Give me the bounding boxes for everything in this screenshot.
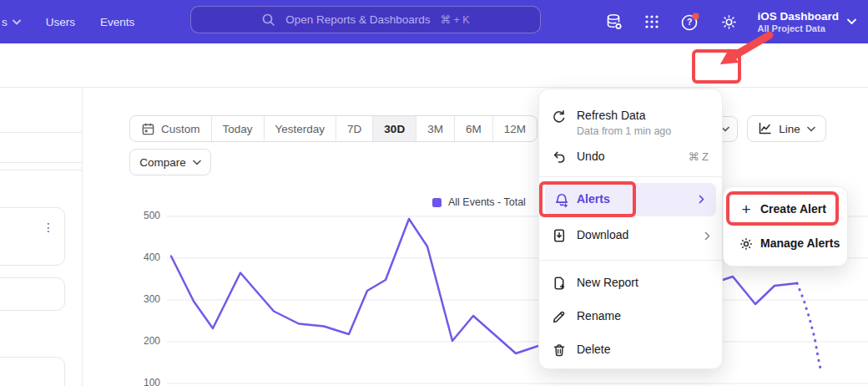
date-preset-12m[interactable]: 12M [492, 116, 537, 141]
menu-item-undo[interactable]: Undo ⌘ Z [539, 140, 722, 174]
settings-gear-icon[interactable] [719, 13, 739, 32]
undo-icon [551, 149, 568, 165]
data-management-icon[interactable] [603, 12, 624, 33]
y-tick-label: 200 [124, 335, 160, 347]
chevron-down-icon [13, 19, 21, 25]
project-scope: All Project Data [757, 23, 839, 34]
submenu-item-manage-alerts[interactable]: Manage Alerts [729, 228, 842, 260]
chevron-right-icon [704, 231, 710, 241]
calendar-icon [141, 122, 155, 136]
menu-item-delete[interactable]: Delete [539, 333, 722, 367]
date-preset-6m[interactable]: 6M [454, 116, 492, 141]
chevron-down-icon [847, 18, 856, 25]
date-preset-yesterday[interactable]: Yesterday [264, 116, 336, 141]
alert-bell-icon [553, 191, 570, 208]
date-preset-7d[interactable]: 7D [336, 116, 372, 141]
menu-divider [539, 176, 722, 177]
chevron-right-icon [699, 195, 704, 204]
search-input[interactable]: Open Reports & Dashboards ⌘ + K [190, 6, 541, 33]
project-name: iOS Dashboard [757, 10, 839, 23]
menu-item-download[interactable]: Download [539, 218, 722, 253]
sidebar-divider [0, 170, 83, 170]
apps-grid-icon[interactable] [643, 13, 661, 31]
date-preset-30d[interactable]: 30D [372, 116, 416, 141]
menu-item-new-report[interactable]: New Report [539, 267, 722, 300]
gear-icon [739, 236, 754, 251]
menu-item-alerts[interactable]: Alerts [545, 183, 716, 216]
submenu-item-create-alert[interactable]: + Create Alert [729, 194, 842, 226]
top-navbar: s Users Events Open Reports & Dashboards… [0, 0, 868, 43]
report-toolbar [0, 43, 868, 88]
help-icon[interactable]: ? [679, 11, 701, 33]
search-shortcut: ⌘ + K [441, 13, 470, 26]
question-glyph: ? [687, 17, 692, 27]
menu-item-rename[interactable]: Rename [539, 300, 722, 333]
app-window: 500400300200100 All Events - Total s Use… [0, 0, 868, 386]
sidebar-card[interactable]: ⋮ [0, 207, 65, 266]
sidebar-divider [0, 132, 83, 133]
chevron-down-icon [807, 126, 815, 132]
line-chart-icon [758, 122, 772, 135]
legend-label: All Events - Total [448, 196, 526, 208]
date-preset-3m[interactable]: 3M [416, 116, 454, 141]
new-report-icon [551, 275, 568, 292]
menu-divider [539, 260, 722, 261]
date-range-control: Custom Today Yesterday 7D 30D 3M 6M 12M [129, 115, 537, 142]
plus-icon: + [739, 202, 754, 217]
y-tick-label: 100 [124, 377, 160, 386]
chevron-down-icon [193, 160, 201, 165]
project-switcher[interactable]: iOS Dashboard All Project Data [757, 10, 856, 34]
nav-item-truncated[interactable]: s [2, 16, 21, 28]
y-tick-label: 300 [124, 293, 160, 305]
search-placeholder: Open Reports & Dashboards [285, 13, 430, 26]
search-icon [261, 13, 275, 27]
chart-legend: All Events - Total [432, 196, 526, 208]
menu-item-refresh-data[interactable]: Refresh Data Data from 1 min ago [539, 98, 722, 136]
sidebar-card[interactable] [0, 277, 65, 311]
trash-icon [551, 342, 568, 358]
more-options-menu: Refresh Data Data from 1 min ago Undo ⌘ … [538, 89, 723, 369]
nav-item-events[interactable]: Events [100, 16, 134, 28]
pencil-icon [551, 308, 568, 325]
kebab-menu-icon[interactable]: ⋮ [43, 221, 54, 233]
sidebar-divider [0, 162, 83, 163]
refresh-icon [551, 109, 568, 125]
legend-swatch [432, 198, 442, 207]
undo-shortcut: ⌘ Z [688, 150, 709, 163]
download-icon [551, 227, 568, 244]
y-tick-label: 400 [124, 251, 160, 263]
nav-item-users[interactable]: Users [46, 16, 75, 28]
sidebar-card[interactable] [0, 357, 65, 386]
compare-button[interactable]: Compare [129, 149, 211, 175]
date-preset-custom[interactable]: Custom [130, 116, 211, 141]
alerts-submenu: + Create Alert Manage Alerts [723, 186, 848, 267]
y-tick-label: 500 [124, 210, 160, 221]
chart-type-button[interactable]: Line [747, 115, 826, 142]
date-preset-today[interactable]: Today [211, 116, 264, 141]
left-sidebar: ⋮ [0, 88, 83, 386]
